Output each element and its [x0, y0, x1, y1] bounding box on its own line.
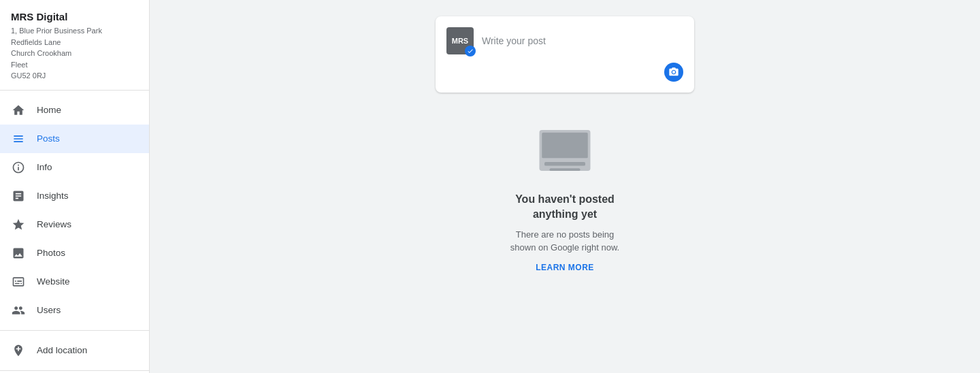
sidebar-item-users-label: Users	[37, 305, 61, 315]
verified-badge	[465, 46, 476, 56]
sidebar-item-reviews[interactable]: Reviews	[0, 210, 149, 239]
camera-button[interactable]	[664, 63, 683, 82]
sidebar: MRS Digital 1, Blue Prior Business Park …	[0, 0, 150, 373]
sidebar-item-posts[interactable]: Posts	[0, 125, 149, 153]
sidebar-item-info-label: Info	[37, 162, 52, 172]
post-input-row: MRS Write your post	[446, 27, 683, 54]
post-placeholder[interactable]: Write your post	[482, 35, 683, 46]
sidebar-item-home[interactable]: Home	[0, 96, 149, 125]
users-icon	[11, 303, 26, 318]
insights-icon	[11, 189, 26, 204]
empty-state-icon	[534, 120, 595, 181]
sidebar-item-photos[interactable]: Photos	[0, 239, 149, 267]
reviews-icon	[11, 217, 26, 232]
svg-rect-2	[542, 133, 588, 159]
sidebar-item-info[interactable]: Info	[0, 153, 149, 182]
sidebar-item-website[interactable]: Website	[0, 267, 149, 296]
empty-state-subtitle: There are no posts beingshown on Google …	[510, 228, 619, 255]
post-card: MRS Write your post	[436, 16, 694, 93]
main-content: MRS Write your post You haven'	[150, 0, 980, 373]
learn-more-link[interactable]: LEARN MORE	[536, 263, 594, 272]
avatar-text: MRS	[452, 37, 468, 45]
nav-section: Home Posts Info Insights	[0, 91, 149, 370]
sidebar-item-website-label: Website	[37, 276, 70, 287]
home-icon	[11, 103, 26, 118]
website-icon	[11, 274, 26, 289]
sidebar-item-home-label: Home	[37, 105, 61, 115]
sidebar-item-photos-label: Photos	[37, 248, 65, 258]
svg-point-0	[672, 71, 675, 74]
empty-state: You haven't postedanything yet There are…	[510, 120, 619, 272]
post-actions-row	[446, 63, 683, 82]
add-location-icon	[11, 343, 26, 358]
svg-rect-4	[550, 168, 581, 171]
nav-divider	[0, 330, 149, 331]
business-info: MRS Digital 1, Blue Prior Business Park …	[0, 0, 149, 91]
business-name: MRS Digital	[11, 11, 138, 22]
info-icon	[11, 160, 26, 175]
svg-rect-3	[544, 162, 585, 166]
photos-icon	[11, 246, 26, 261]
sidebar-item-users[interactable]: Users	[0, 296, 149, 325]
posts-icon	[11, 131, 26, 146]
sidebar-item-add-location-label: Add location	[37, 345, 87, 355]
sidebar-item-posts-label: Posts	[37, 133, 60, 144]
avatar-container: MRS	[446, 27, 474, 54]
sidebar-item-insights-label: Insights	[37, 191, 69, 201]
sidebar-item-insights[interactable]: Insights	[0, 182, 149, 210]
nav-bottom: All locations Switch business accounts	[0, 370, 149, 374]
sidebar-item-add-location[interactable]: Add location	[0, 336, 149, 365]
empty-state-title: You haven't postedanything yet	[515, 192, 615, 223]
sidebar-item-reviews-label: Reviews	[37, 219, 71, 229]
business-address: 1, Blue Prior Business Park Redfields La…	[11, 25, 138, 82]
